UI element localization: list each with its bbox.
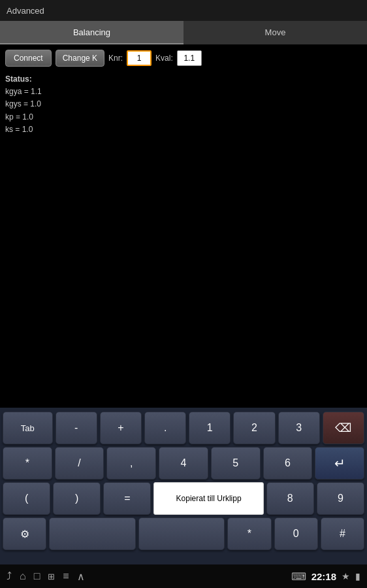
tab-move[interactable]: Move — [184, 21, 367, 44]
back-icon[interactable]: ⤴ — [7, 570, 12, 582]
key-1[interactable]: 1 — [189, 412, 231, 444]
key-hash[interactable]: # — [321, 517, 364, 550]
content-area: Connect Change K Knr: Kval: Status: kgya… — [0, 44, 367, 299]
status-line-1: kgys = 1.0 — [5, 98, 362, 110]
key-comma[interactable]: , — [106, 447, 156, 480]
key-0[interactable]: 0 — [274, 517, 318, 550]
status-line-3: ks = 1.0 — [5, 123, 362, 136]
key-backspace[interactable]: ⌫ — [323, 412, 364, 444]
key-9[interactable]: 9 — [317, 482, 364, 515]
keyboard-icon: ⌨ — [291, 570, 306, 583]
key-slash[interactable]: / — [55, 447, 104, 480]
key-minus[interactable]: - — [56, 412, 97, 444]
key-settings[interactable]: ⚙ — [3, 517, 46, 550]
keyboard-row-3: ( ) = Kopierat till Urklipp 8 9 — [3, 482, 364, 515]
status-line-2: kp = 1.0 — [5, 111, 362, 123]
status-line-0: kgya = 1.1 — [5, 86, 362, 98]
keyboard-row-2: * / , 4 5 6 ↵ — [3, 447, 364, 480]
system-bar: ⤴ ⌂ □ ⊞ ≡ ∧ ⌨ 22:18 ★ ▮ — [0, 564, 367, 588]
key-rparen[interactable]: ) — [53, 482, 101, 515]
key-6[interactable]: 6 — [263, 447, 313, 480]
chevron-up-icon[interactable]: ∧ — [77, 570, 85, 583]
battery-icon: ▮ — [355, 571, 360, 581]
change-k-button[interactable]: Change K — [56, 50, 104, 67]
time-display: 22:18 — [311, 571, 336, 582]
kval-label: Kval: — [155, 54, 173, 63]
tab-bar: Balancing Move — [0, 21, 367, 44]
controls-row: Connect Change K Knr: Kval: — [5, 50, 362, 67]
key-4[interactable]: 4 — [159, 447, 208, 480]
key-3[interactable]: 3 — [278, 412, 320, 444]
kval-input[interactable] — [177, 50, 202, 66]
connect-button[interactable]: Connect — [5, 50, 52, 67]
nav-icons: ⤴ ⌂ □ ⊞ ≡ ∧ — [7, 570, 85, 583]
knr-label: Knr: — [108, 54, 123, 63]
key-space-left[interactable] — [49, 517, 136, 550]
status-area: Status: kgya = 1.1 kgys = 1.0 kp = 1.0 k… — [5, 73, 362, 136]
key-dot[interactable]: . — [144, 412, 186, 444]
tab-balancing[interactable]: Balancing — [0, 21, 184, 44]
menu-icon[interactable]: ≡ — [63, 570, 69, 582]
enter-icon: ↵ — [334, 455, 345, 471]
settings-icon: ⚙ — [20, 528, 29, 540]
app-title: Advanced — [7, 6, 44, 16]
key-star[interactable]: * — [3, 447, 52, 480]
key-asterisk[interactable]: * — [227, 517, 271, 550]
title-bar: Advanced — [0, 0, 367, 21]
key-equals[interactable]: = — [103, 482, 151, 515]
clipboard-tooltip[interactable]: Kopierat till Urklipp — [153, 482, 263, 515]
backspace-icon: ⌫ — [335, 421, 351, 435]
status-title: Status: — [5, 73, 362, 86]
key-5[interactable]: 5 — [211, 447, 261, 480]
key-lparen[interactable]: ( — [3, 482, 50, 515]
key-space-right[interactable] — [138, 517, 225, 550]
key-2[interactable]: 2 — [233, 412, 275, 444]
recents-icon[interactable]: □ — [34, 570, 40, 582]
knr-input[interactable] — [127, 50, 152, 66]
keyboard-row-4: ⚙ * 0 # — [3, 517, 364, 550]
keyboard-area: Tab - + . 1 2 3 ⌫ * / , 4 5 6 ↵ ( ) = Ko… — [0, 408, 367, 564]
key-8[interactable]: 8 — [266, 482, 314, 515]
windows-icon[interactable]: ⊞ — [48, 572, 55, 581]
home-icon[interactable]: ⌂ — [20, 570, 26, 582]
key-tab[interactable]: Tab — [3, 412, 53, 444]
status-icons: ⌨ 22:18 ★ ▮ — [291, 570, 360, 583]
key-enter[interactable]: ↵ — [315, 447, 364, 480]
key-plus[interactable]: + — [100, 412, 142, 444]
keyboard-row-1: Tab - + . 1 2 3 ⌫ — [3, 412, 364, 444]
bluetooth-icon: ★ — [342, 571, 350, 581]
